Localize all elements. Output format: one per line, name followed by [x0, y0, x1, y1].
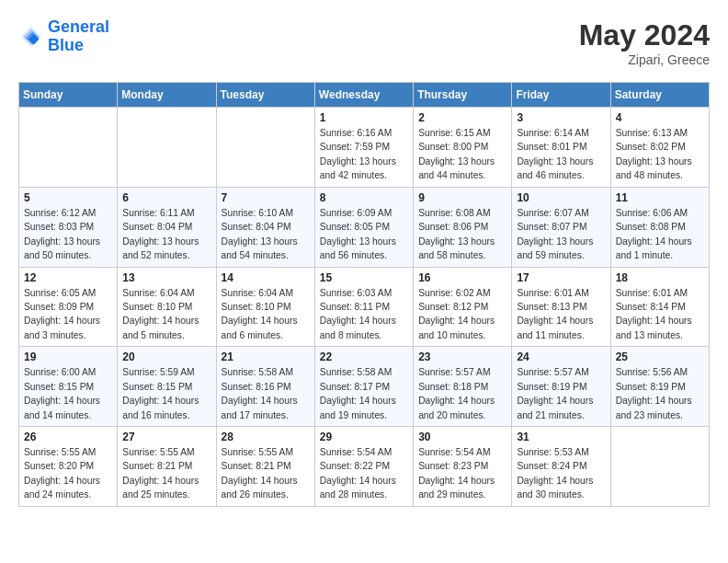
day-number: 2 [418, 111, 506, 124]
day-number: 17 [517, 271, 605, 284]
calendar-cell: 24Sunrise: 5:57 AMSunset: 8:19 PMDayligh… [512, 347, 610, 427]
day-number: 1 [320, 111, 408, 124]
calendar-cell: 10Sunrise: 6:07 AMSunset: 8:07 PMDayligh… [512, 187, 610, 267]
calendar-cell: 18Sunrise: 6:01 AMSunset: 8:14 PMDayligh… [610, 267, 709, 347]
calendar-cell: 14Sunrise: 6:04 AMSunset: 8:10 PMDayligh… [216, 267, 314, 347]
calendar-cell: 9Sunrise: 6:08 AMSunset: 8:06 PMDaylight… [414, 187, 512, 267]
day-number: 6 [122, 191, 210, 204]
calendar-cell: 23Sunrise: 5:57 AMSunset: 8:18 PMDayligh… [414, 347, 512, 427]
day-info: Sunrise: 5:53 AMSunset: 8:24 PMDaylight:… [517, 445, 605, 502]
calendar-week-row: 19Sunrise: 6:00 AMSunset: 8:15 PMDayligh… [19, 347, 710, 427]
day-info: Sunrise: 5:55 AMSunset: 8:21 PMDaylight:… [222, 445, 310, 502]
day-info: Sunrise: 6:05 AMSunset: 8:09 PMDaylight:… [24, 286, 112, 343]
calendar-cell: 11Sunrise: 6:06 AMSunset: 8:08 PMDayligh… [610, 187, 709, 267]
day-info: Sunrise: 5:58 AMSunset: 8:16 PMDaylight:… [222, 365, 310, 422]
day-info: Sunrise: 6:04 AMSunset: 8:10 PMDaylight:… [222, 286, 310, 343]
calendar-cell [19, 108, 118, 188]
day-info: Sunrise: 6:11 AMSunset: 8:04 PMDaylight:… [122, 206, 210, 263]
day-info: Sunrise: 5:59 AMSunset: 8:15 PMDaylight:… [122, 365, 210, 422]
day-number: 28 [222, 431, 310, 443]
day-number: 19 [24, 350, 112, 363]
day-info: Sunrise: 5:55 AMSunset: 8:21 PMDaylight:… [122, 445, 210, 502]
logo-icon [18, 24, 44, 50]
page-header: General Blue May 2024 Zipari, Greece [18, 18, 710, 67]
calendar-cell: 26Sunrise: 5:55 AMSunset: 8:20 PMDayligh… [19, 427, 118, 507]
day-number: 27 [122, 431, 210, 443]
day-info: Sunrise: 6:00 AMSunset: 8:15 PMDaylight:… [24, 365, 112, 422]
day-info: Sunrise: 6:10 AMSunset: 8:04 PMDaylight:… [222, 206, 310, 263]
day-number: 7 [222, 191, 310, 204]
day-number: 23 [418, 350, 506, 363]
day-info: Sunrise: 5:58 AMSunset: 8:17 PMDaylight:… [320, 365, 408, 422]
logo-text: General Blue [48, 18, 109, 55]
calendar-cell: 2Sunrise: 6:15 AMSunset: 8:00 PMDaylight… [414, 108, 512, 188]
title-block: May 2024 Zipari, Greece [579, 18, 710, 67]
calendar-cell: 13Sunrise: 6:04 AMSunset: 8:10 PMDayligh… [118, 267, 216, 347]
weekday-header-monday: Monday [118, 83, 216, 108]
day-info: Sunrise: 6:03 AMSunset: 8:11 PMDaylight:… [320, 286, 408, 343]
day-number: 15 [320, 271, 408, 284]
day-info: Sunrise: 6:02 AMSunset: 8:12 PMDaylight:… [418, 286, 506, 343]
day-number: 24 [517, 350, 605, 363]
day-info: Sunrise: 5:54 AMSunset: 8:22 PMDaylight:… [320, 445, 408, 502]
day-number: 14 [222, 271, 310, 284]
day-number: 9 [418, 191, 506, 204]
day-info: Sunrise: 6:15 AMSunset: 8:00 PMDaylight:… [418, 126, 506, 183]
weekday-header-friday: Friday [512, 83, 610, 108]
day-number: 4 [616, 111, 704, 124]
calendar-cell: 4Sunrise: 6:13 AMSunset: 8:02 PMDaylight… [610, 108, 709, 188]
calendar-cell: 20Sunrise: 5:59 AMSunset: 8:15 PMDayligh… [118, 347, 216, 427]
day-info: Sunrise: 5:57 AMSunset: 8:19 PMDaylight:… [517, 365, 605, 422]
weekday-header-saturday: Saturday [610, 83, 709, 108]
day-number: 22 [320, 350, 408, 363]
calendar-cell [216, 108, 314, 188]
calendar-header-row: SundayMondayTuesdayWednesdayThursdayFrid… [19, 83, 710, 108]
day-info: Sunrise: 5:57 AMSunset: 8:18 PMDaylight:… [418, 365, 506, 422]
day-number: 31 [517, 431, 605, 443]
weekday-header-wednesday: Wednesday [314, 83, 413, 108]
calendar-cell: 15Sunrise: 6:03 AMSunset: 8:11 PMDayligh… [314, 267, 413, 347]
calendar-cell [118, 108, 216, 188]
day-info: Sunrise: 6:01 AMSunset: 8:14 PMDaylight:… [616, 286, 704, 343]
calendar-week-row: 12Sunrise: 6:05 AMSunset: 8:09 PMDayligh… [19, 267, 710, 347]
calendar-cell: 17Sunrise: 6:01 AMSunset: 8:13 PMDayligh… [512, 267, 610, 347]
day-info: Sunrise: 6:12 AMSunset: 8:03 PMDaylight:… [24, 206, 112, 263]
day-info: Sunrise: 6:16 AMSunset: 7:59 PMDaylight:… [320, 126, 408, 183]
day-number: 26 [24, 431, 112, 443]
calendar-table: SundayMondayTuesdayWednesdayThursdayFrid… [18, 82, 710, 507]
day-number: 18 [616, 271, 704, 284]
weekday-header-sunday: Sunday [19, 83, 118, 108]
day-info: Sunrise: 5:54 AMSunset: 8:23 PMDaylight:… [418, 445, 506, 502]
day-info: Sunrise: 5:56 AMSunset: 8:19 PMDaylight:… [616, 365, 704, 422]
calendar-cell [610, 427, 709, 507]
calendar-cell: 8Sunrise: 6:09 AMSunset: 8:05 PMDaylight… [314, 187, 413, 267]
calendar-cell: 12Sunrise: 6:05 AMSunset: 8:09 PMDayligh… [19, 267, 118, 347]
calendar-week-row: 26Sunrise: 5:55 AMSunset: 8:20 PMDayligh… [19, 427, 710, 507]
calendar-cell: 3Sunrise: 6:14 AMSunset: 8:01 PMDaylight… [512, 108, 610, 188]
day-info: Sunrise: 6:09 AMSunset: 8:05 PMDaylight:… [320, 206, 408, 263]
day-info: Sunrise: 6:06 AMSunset: 8:08 PMDaylight:… [616, 206, 704, 263]
calendar-week-row: 1Sunrise: 6:16 AMSunset: 7:59 PMDaylight… [19, 108, 710, 188]
calendar-cell: 31Sunrise: 5:53 AMSunset: 8:24 PMDayligh… [512, 427, 610, 507]
day-info: Sunrise: 6:07 AMSunset: 8:07 PMDaylight:… [517, 206, 605, 263]
day-number: 8 [320, 191, 408, 204]
day-number: 29 [320, 431, 408, 443]
day-info: Sunrise: 6:04 AMSunset: 8:10 PMDaylight:… [122, 286, 210, 343]
calendar-cell: 29Sunrise: 5:54 AMSunset: 8:22 PMDayligh… [314, 427, 413, 507]
day-number: 11 [616, 191, 704, 204]
logo: General Blue [18, 18, 109, 55]
weekday-header-tuesday: Tuesday [216, 83, 314, 108]
calendar-cell: 6Sunrise: 6:11 AMSunset: 8:04 PMDaylight… [118, 187, 216, 267]
calendar-cell: 25Sunrise: 5:56 AMSunset: 8:19 PMDayligh… [610, 347, 709, 427]
weekday-header-thursday: Thursday [414, 83, 512, 108]
day-info: Sunrise: 6:01 AMSunset: 8:13 PMDaylight:… [517, 286, 605, 343]
calendar-cell: 28Sunrise: 5:55 AMSunset: 8:21 PMDayligh… [216, 427, 314, 507]
day-info: Sunrise: 6:13 AMSunset: 8:02 PMDaylight:… [616, 126, 704, 183]
day-number: 21 [222, 350, 310, 363]
day-number: 12 [24, 271, 112, 284]
day-number: 13 [122, 271, 210, 284]
calendar-cell: 21Sunrise: 5:58 AMSunset: 8:16 PMDayligh… [216, 347, 314, 427]
day-number: 16 [418, 271, 506, 284]
calendar-cell: 19Sunrise: 6:00 AMSunset: 8:15 PMDayligh… [19, 347, 118, 427]
calendar-cell: 27Sunrise: 5:55 AMSunset: 8:21 PMDayligh… [118, 427, 216, 507]
